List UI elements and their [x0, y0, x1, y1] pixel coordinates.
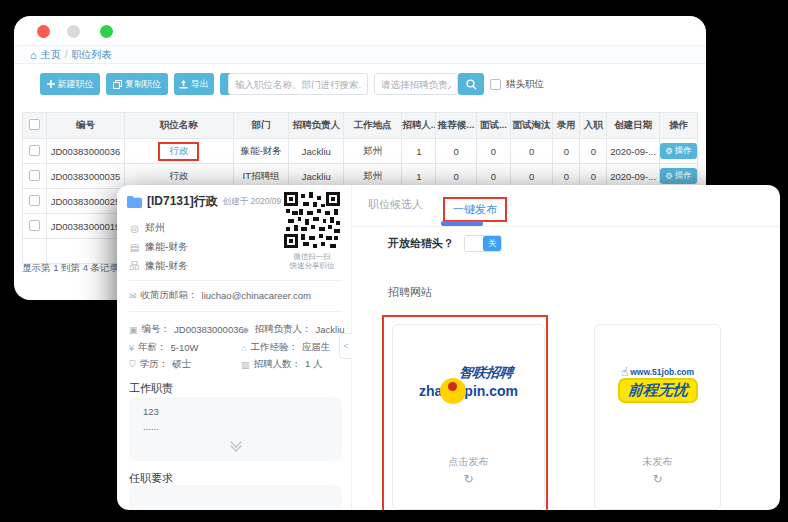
job-header: [ID7131]行政 创建于 2020/09: [127, 193, 281, 210]
job-created-date: 创建于 2020/09: [223, 196, 282, 208]
headhunter-toggle[interactable]: 关: [464, 235, 502, 252]
briefcase-icon: ⌂: [241, 343, 246, 353]
recruitment-sites-title: 招聘网站: [388, 285, 432, 300]
zhaopin-ball-icon: [440, 378, 466, 404]
job-title: [ID7131]行政: [147, 193, 218, 210]
tab-candidates[interactable]: 职位候选人: [368, 197, 423, 212]
headhunter-checkbox[interactable]: [490, 79, 501, 90]
count-link[interactable]: 0: [553, 139, 580, 164]
site-card-51job[interactable]: ☝ www.51job.com 前程无忧 未发布 ↻: [594, 324, 721, 510]
yen-icon: ¥: [129, 343, 134, 353]
home-icon: ⌂: [30, 49, 37, 61]
recruiter-select[interactable]: [374, 73, 458, 95]
row-action-button[interactable]: ⚙操作: [660, 143, 697, 159]
select-all-checkbox[interactable]: [29, 119, 40, 130]
new-job-button[interactable]: 新建职位: [40, 73, 100, 95]
51job-logo-box: 前程无忧: [618, 378, 698, 403]
id-card-icon: ▣: [129, 325, 138, 335]
table-row: JD00383000036 行政 豫能-财务 Jackliu 郑州 1 0 0 …: [23, 139, 698, 164]
51job-logo-url: ☝ www.51job.com: [621, 365, 694, 379]
breadcrumb: ⌂ 主页 / 职位列表: [14, 46, 706, 64]
tab-one-click-publish-annotated[interactable]: 一键发布: [443, 197, 507, 222]
job-name-link-annotated[interactable]: 行政: [158, 142, 199, 161]
row-checkbox[interactable]: [29, 170, 40, 181]
field-experience: ⌂ 工作经验：应届生: [241, 341, 330, 354]
window-close-dot[interactable]: [37, 25, 50, 38]
export-button[interactable]: 导出: [174, 73, 214, 95]
zhaopin-publish-status[interactable]: 点击发布: [393, 455, 544, 469]
zhaopin-logo: 智联招聘 zha pin.com: [393, 363, 544, 404]
duty-line: 123: [143, 397, 342, 417]
location-pin-icon: ◎: [129, 223, 140, 234]
count-link[interactable]: 0: [436, 139, 477, 164]
mail-icon: ✉: [129, 291, 137, 301]
search-input[interactable]: [228, 73, 368, 95]
site-card-zhaopin[interactable]: 智联招聘 zha pin.com 点击发布 ↻: [392, 324, 545, 510]
folder-icon: [127, 196, 142, 208]
divider: [129, 311, 342, 312]
chevron-left-icon: <: [343, 341, 348, 351]
copy-icon: [113, 80, 122, 89]
headhunter-label: 猎头职位: [506, 78, 544, 91]
window-minimize-dot[interactable]: [67, 25, 80, 38]
job-detail-modal: [ID7131]行政 创建于 2020/09: [117, 185, 780, 510]
table-header-row: 编号职位名称 部门招聘负责人 工作地点招聘人... 推荐候...面试... 面试…: [23, 113, 698, 139]
expand-chevron-icon[interactable]: [129, 438, 342, 450]
divider: [129, 280, 342, 281]
field-education: ⛉ 学历：硕士: [129, 358, 191, 371]
pagination-status: 显示第 1 到第 4 条记录 ,: [22, 262, 124, 275]
qr-code: [284, 192, 340, 248]
window-maximize-dot[interactable]: [100, 25, 113, 38]
copy-job-button[interactable]: 复制职位: [106, 73, 168, 95]
duty-line: ......: [143, 417, 342, 432]
collapse-panel-handle[interactable]: <: [339, 333, 352, 359]
search-button[interactable]: [458, 73, 484, 95]
breadcrumb-home[interactable]: 主页: [41, 48, 61, 62]
count-link[interactable]: 0: [510, 139, 552, 164]
count-link[interactable]: 0: [476, 139, 510, 164]
count-link[interactable]: 0: [580, 139, 607, 164]
graduation-icon: ⛉: [129, 359, 136, 370]
row-checkbox[interactable]: [29, 145, 40, 156]
row-action-button[interactable]: ⚙操作: [660, 168, 697, 184]
search-icon: [466, 79, 477, 90]
person-icon: ☻: [241, 325, 250, 335]
window-titlebar: [14, 16, 706, 46]
51job-publish-status: 未发布: [595, 455, 720, 469]
breadcrumb-separator: /: [65, 49, 68, 60]
qr-share-block: 微信扫一扫 快速分享职位: [284, 192, 340, 270]
row-checkbox[interactable]: [29, 220, 40, 231]
row-checkbox[interactable]: [29, 195, 40, 206]
resume-email-value: liuchao@chinacareer.com: [202, 290, 311, 301]
team-icon: 品: [129, 259, 140, 273]
headhunter-question: 开放给猎头？: [388, 236, 454, 251]
duty-content-box: 123 ......: [129, 397, 342, 461]
field-salary: ¥ 年薪：5-10W: [129, 341, 199, 354]
refresh-icon[interactable]: ↻: [595, 472, 720, 486]
divider: [352, 226, 780, 227]
51job-logo: ☝ www.51job.com 前程无忧: [595, 365, 720, 403]
document-icon: ▥: [241, 360, 250, 370]
plus-icon: [47, 80, 55, 88]
toggle-knob: [465, 236, 483, 251]
screenshot-stage: ⌂ 主页 / 职位列表 新建职位 复制职位 导出 导出附件 猎头职: [0, 0, 788, 522]
hand-icon: ☝: [621, 365, 628, 379]
resume-email-row: ✉ 收简历邮箱： liuchao@chinacareer.com: [129, 289, 311, 302]
requirements-content-box: [129, 485, 342, 510]
field-recruiter: ☻ 招聘负责人：Jackliu: [241, 323, 345, 336]
refresh-icon[interactable]: ↻: [393, 472, 544, 486]
breadcrumb-current: 职位列表: [71, 48, 111, 62]
headhunter-toggle-row: 开放给猎头？ 关: [388, 235, 502, 252]
field-headcount: ▥ 招聘人数：1 人: [241, 358, 322, 371]
export-icon: [179, 80, 188, 89]
job-department-row: ▤ 豫能-财务: [129, 240, 188, 254]
job-location-row: ◎ 郑州: [129, 221, 165, 235]
job-team-row: 品 豫能-财务: [129, 259, 188, 273]
gear-icon: ⚙: [665, 171, 673, 181]
field-job-id: ▣ 编号：JD00383000036: [129, 323, 244, 336]
qr-caption-line2: 快速分享职位: [284, 261, 340, 270]
requirements-section-title: 任职要求: [129, 471, 173, 486]
headhunter-checkbox-row[interactable]: 猎头职位: [490, 78, 544, 91]
zhaopin-logo-cn: 智联招聘: [457, 364, 514, 382]
51job-logo-cn: 前程无忧: [627, 381, 689, 400]
